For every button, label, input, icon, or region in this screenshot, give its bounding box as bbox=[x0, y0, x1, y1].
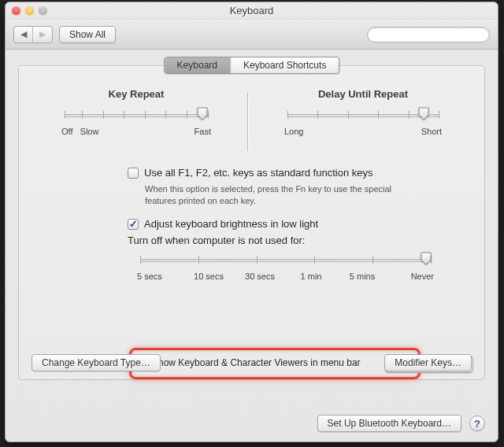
delay-repeat-title: Delay Until Repeat bbox=[284, 88, 442, 100]
brightness-checkbox[interactable] bbox=[128, 219, 139, 230]
key-repeat-title: Key Repeat bbox=[61, 88, 211, 100]
slider-thumb[interactable] bbox=[421, 252, 432, 265]
back-button[interactable]: ◀ bbox=[14, 27, 33, 42]
modifier-keys-button[interactable]: Modifier Keys… bbox=[384, 354, 472, 371]
key-repeat-fast-label: Fast bbox=[195, 127, 211, 136]
turnoff-tick-label: Never bbox=[393, 272, 434, 281]
search-field[interactable] bbox=[367, 27, 490, 42]
key-repeat-slow-label: Slow bbox=[80, 127, 99, 136]
key-repeat-slider[interactable] bbox=[65, 109, 208, 122]
window-title: Keyboard bbox=[12, 5, 491, 17]
divider bbox=[247, 93, 248, 151]
toolbar: ◀ ▶ Show All bbox=[6, 20, 498, 50]
zoom-icon bbox=[39, 6, 47, 15]
turnoff-slider[interactable] bbox=[140, 254, 431, 267]
delay-repeat-slider[interactable] bbox=[287, 109, 439, 122]
brightness-label: Adjust keyboard brightness in low light bbox=[144, 218, 318, 230]
turnoff-tick-label: 5 secs bbox=[137, 272, 178, 281]
delay-long-label: Long bbox=[284, 127, 303, 136]
turnoff-tick-label: 30 secs bbox=[239, 272, 280, 281]
bluetooth-keyboard-button[interactable]: Set Up Bluetooth Keyboard… bbox=[317, 415, 461, 432]
slider-thumb[interactable] bbox=[197, 107, 208, 120]
turnoff-label: Turn off when computer is not used for: bbox=[128, 235, 305, 246]
search-input[interactable] bbox=[376, 28, 497, 41]
help-button[interactable]: ? bbox=[469, 416, 485, 431]
forward-button: ▶ bbox=[33, 27, 52, 42]
change-keyboard-type-button[interactable]: Change Keyboard Type… bbox=[32, 354, 161, 371]
delay-short-label: Short bbox=[421, 127, 442, 136]
fn-keys-checkbox[interactable] bbox=[128, 168, 139, 179]
close-icon[interactable] bbox=[12, 6, 20, 15]
key-repeat-off-label: Off bbox=[61, 127, 72, 136]
turnoff-tick-label: 1 min bbox=[291, 272, 332, 281]
fn-keys-label: Use all F1, F2, etc. keys as standard fu… bbox=[144, 167, 372, 179]
turnoff-tick-label: 10 secs bbox=[188, 272, 229, 281]
tab-keyboard[interactable]: Keyboard bbox=[165, 57, 231, 73]
tab-shortcuts[interactable]: Keyboard Shortcuts bbox=[231, 57, 339, 73]
minimize-icon[interactable] bbox=[25, 6, 34, 15]
turnoff-tick-label: 5 mins bbox=[342, 272, 383, 281]
show-all-button[interactable]: Show All bbox=[59, 26, 116, 43]
slider-thumb[interactable] bbox=[418, 107, 429, 120]
nav-segment: ◀ ▶ bbox=[13, 26, 53, 43]
fn-keys-hint: When this option is selected, press the … bbox=[145, 183, 413, 207]
preferences-panel: Keyboard Keyboard Shortcuts Key Repeat O… bbox=[18, 65, 485, 380]
